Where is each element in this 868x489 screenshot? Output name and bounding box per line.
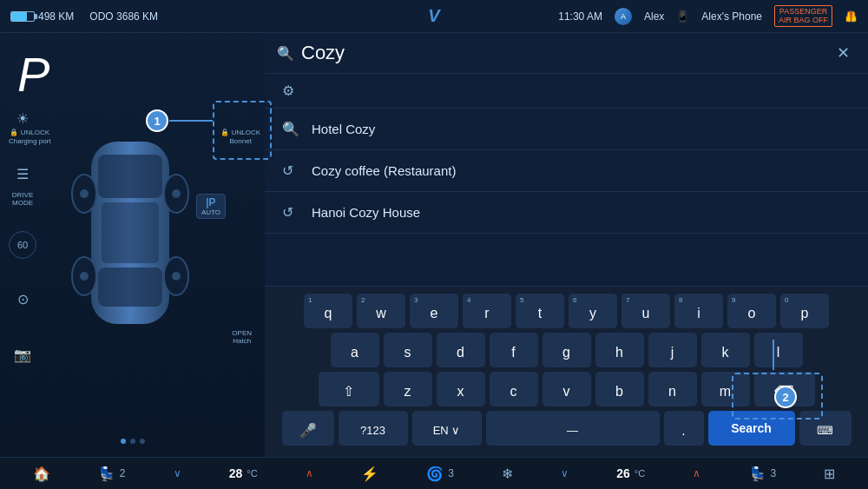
keyboard-area: 1q 2w 3e 4r 5t 6y 7u 8i 9o 0p a s d f g … [265,286,868,457]
temp-value-left: 28 [229,466,243,480]
phone-icon: 📱 [676,10,689,23]
key-k[interactable]: k [701,333,750,367]
camera-icon[interactable]: 📷 [7,339,38,370]
settings-row[interactable]: ⚙ [265,74,868,109]
key-w[interactable]: 2w [357,294,405,328]
search-input[interactable]: Cozy [301,42,821,64]
temp-up-left[interactable]: ∧ [306,467,313,479]
speed-icon[interactable]: 60 [9,231,36,259]
key-s[interactable]: s [384,333,432,367]
open-hatch-label: OPENHatch [232,329,252,346]
suggestion-cozy-coffee[interactable]: ↺ Cozy coffee (Restaurant) [265,150,868,192]
fan-level: 3 [448,467,454,479]
temp-value-right: 26 [616,466,630,480]
suggestion-text-2: Cozy coffee (Restaurant) [312,163,456,178]
key-i[interactable]: 8i [674,294,723,328]
status-bar: 498 KM ODO 3686 KM V 11:30 AM A Alex 📱 A… [0,0,868,33]
search-icon: 🔍 [277,45,294,62]
grid-icon: ⊞ [824,466,835,482]
seat-right-icon: 💺 [749,466,766,482]
key-f[interactable]: f [490,333,538,367]
key-x[interactable]: x [437,372,485,406]
temp-down-left-icon[interactable]: ∨ [174,467,181,479]
temp-down-left[interactable]: ∨ [174,467,181,479]
key-c[interactable]: c [490,372,538,406]
temp-unit-left: °C [247,468,257,479]
passenger-icon: 🦺 [845,10,858,23]
key-t[interactable]: 5t [516,294,564,328]
history-icon-2: ↺ [282,162,299,179]
ac-icon: ❄ [502,466,513,482]
mic-key[interactable]: 🎤 [282,411,334,446]
search-header: 🔍 Cozy ✕ [265,33,868,74]
key-h[interactable]: h [595,333,644,367]
svg-point-8 [80,189,89,198]
key-v[interactable]: v [542,372,591,406]
temp-down-right-icon[interactable]: ∨ [561,467,569,479]
key-u[interactable]: 7u [621,294,670,328]
key-y[interactable]: 6y [569,294,617,328]
fan-icon: 🌀 [426,466,444,482]
svg-rect-2 [98,268,162,307]
fan-control: 🌀 3 [426,466,454,482]
key-b[interactable]: b [595,372,644,406]
suggestion-hotel-cozy[interactable]: 🔍 Hotel Cozy [265,109,868,150]
user-name: Alex [644,10,664,23]
key-a[interactable]: a [331,333,379,367]
battery-indicator: 498 KM [10,10,74,23]
grid-view-button[interactable]: ⊞ [824,466,835,482]
key-o[interactable]: 9o [727,294,776,328]
temp-display-left: 28 °C [229,466,258,480]
brand-logo-area: V [428,6,439,26]
key-z[interactable]: z [384,372,432,406]
brand-logo: V [428,6,439,26]
suggestion-text-1: Hotel Cozy [312,122,375,136]
keyboard-row-1: 1q 2w 3e 4r 5t 6y 7u 8i 9o 0p [273,294,859,328]
dot-3 [140,439,145,444]
key-g[interactable]: g [542,333,591,367]
temp-unit-right: °C [635,468,645,479]
annotation-line-1 [169,120,213,122]
key-r[interactable]: 4r [463,294,511,328]
ac-mode[interactable]: ❄ [502,466,513,482]
key-d[interactable]: d [437,333,485,367]
user-avatar[interactable]: A [615,8,632,25]
space-key[interactable]: — [486,411,660,446]
svg-rect-1 [98,155,162,198]
bottom-bar: 🏠 💺 2 ∨ 28 °C ∧ ⚡ 🌀 3 ❄ ∨ 26 °C ∧ 💺 3 ⊞ [0,457,868,489]
car-svg [65,107,195,359]
shift-key[interactable]: ⇧ [319,372,379,406]
key-l[interactable]: l [754,333,803,367]
right-panel: 🔍 Cozy ✕ ⚙ 🔍 Hotel Cozy ↺ Cozy coffee (R… [265,33,868,457]
clock: 11:30 AM [558,10,602,23]
temp-up-left-icon[interactable]: ∧ [306,467,313,479]
temp-up-right-icon[interactable]: ∧ [693,467,700,479]
key-p[interactable]: 0p [780,294,829,328]
airbag-status: PASSENGERAIR BAG OFF [774,5,832,28]
suggestion-text-3: Hanoi Cozy House [312,205,420,220]
svg-point-10 [80,272,89,281]
dot-2 [130,439,135,444]
drive-mode-icon[interactable]: ☰ [7,158,38,189]
numbers-key[interactable]: ?123 [339,411,408,446]
steering-icon[interactable]: ⊙ [7,283,38,314]
temp-up-right[interactable]: ∧ [693,467,700,479]
home-button[interactable]: 🏠 [33,466,50,482]
car-view-dots [121,439,145,444]
home-icon: 🏠 [33,466,50,482]
key-n[interactable]: n [648,372,697,406]
battery-value: 498 KM [38,10,74,23]
search-result-icon-1: 🔍 [282,121,299,137]
close-search-button[interactable]: ✕ [830,40,856,66]
dot-key[interactable]: . [664,411,704,446]
suggestion-hanoi-cozy[interactable]: ↺ Hanoi Cozy House [265,192,868,234]
key-j[interactable]: j [648,333,697,367]
drive-mode-label: DRIVEMODE [7,191,38,207]
seat-heat-left: 💺 2 [98,466,126,482]
key-q[interactable]: 1q [304,294,352,328]
lang-key[interactable]: EN ∨ [412,411,482,446]
keyboard-row-2: a s d f g h j k l [273,333,859,367]
key-e[interactable]: 3e [410,294,458,328]
heated-seats-icon[interactable]: ⚡ [361,466,378,482]
temp-down-right[interactable]: ∨ [561,467,569,479]
